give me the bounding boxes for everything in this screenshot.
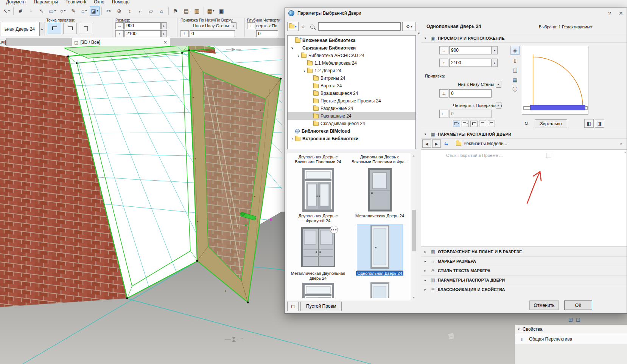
tab-close-icon[interactable]: ✕ <box>163 40 167 45</box>
element-type-button[interactable]: ьная Дверь 24 <box>0 22 39 36</box>
anchor-value-dropdown[interactable]: Низ к Низу Стены <box>453 82 495 87</box>
roof-combo[interactable]: ⌂▾ <box>79 6 89 16</box>
library-tree-item[interactable]: Ворота 24 <box>288 82 415 90</box>
search-input[interactable] <box>318 22 401 31</box>
height-flyout[interactable]: ▸ <box>492 59 498 67</box>
gravity-icon[interactable]: ∙▾ <box>26 6 36 16</box>
view-name-row[interactable]: ▯ Общая Перспектива <box>515 334 627 344</box>
grid-scrollbar[interactable]: ▴ ▾ <box>411 153 416 300</box>
settings-sill-input[interactable] <box>449 89 492 98</box>
reveal-input[interactable] <box>256 30 278 37</box>
element-flyout[interactable]: ▸ <box>39 22 45 36</box>
empty-opening-button[interactable]: Пустой Проем <box>300 302 342 311</box>
close-button[interactable]: ✕ <box>615 9 627 18</box>
adjust-icon[interactable]: ⊕▾ <box>114 6 124 16</box>
scrollbar-thumb[interactable] <box>412 210 416 251</box>
layout-book-icon[interactable]: ⊡ <box>576 316 581 323</box>
anchor-option-5[interactable] <box>488 121 495 127</box>
anchor-option-3[interactable] <box>470 121 478 127</box>
forward-button[interactable]: ▶ <box>432 139 441 148</box>
sill-input[interactable] <box>190 30 235 37</box>
library-tree-item[interactable]: Пустые Дверные Проемы 24 <box>288 97 415 105</box>
menu-item[interactable]: Параметры <box>30 0 62 5</box>
tab-3d-all[interactable]: ◱ [3D / Все] ✕ <box>71 38 170 46</box>
library-tree-item[interactable]: Вращающиеся 24 <box>288 90 415 97</box>
load-library-button[interactable]: ▸ <box>287 22 299 31</box>
3d-preview-icon[interactable]: ◫ <box>510 65 520 74</box>
bottom-anchor-value[interactable]: Низ к Низу Стены <box>180 23 230 28</box>
settings-height-input[interactable] <box>449 59 492 67</box>
fillet-icon[interactable]: ⌐▾ <box>135 6 145 16</box>
anchor-left-button[interactable] <box>48 23 61 34</box>
anchor-option-4[interactable] <box>479 121 486 127</box>
quarter-input[interactable] <box>449 110 492 118</box>
favorites-button[interactable]: ☆ <box>299 22 308 31</box>
collapsed-section-header[interactable]: ▸ ▥ ПАРАМЕТРЫ ПАСПОРТА ДВЕРИ <box>421 275 627 285</box>
mirror-button[interactable]: Зеркально <box>535 119 567 127</box>
library-tree-item[interactable]: ∨ 1.2 Двери 24 <box>288 67 415 74</box>
pen-icon[interactable]: ✎▾ <box>68 6 78 16</box>
flag-icon[interactable]: ⚑▾ <box>171 6 180 16</box>
separator[interactable]: ▾ <box>13 7 14 15</box>
menu-item[interactable]: Окно <box>90 0 108 5</box>
library-tree-item[interactable]: Раздвижные 24 <box>288 105 415 112</box>
nav-flyout-icon[interactable]: ▸ <box>621 142 626 146</box>
tree-expand-icon[interactable]: ∨ <box>302 69 307 73</box>
door-type-cell[interactable]: ●●● Двупольная Дверь с Фрамугой 24 <box>287 167 349 224</box>
coating-joint-checkbox[interactable] <box>546 153 551 158</box>
collapsed-section-header[interactable]: ▸ ↔ МАРКЕР РАЗМЕРА <box>421 256 627 266</box>
collapsed-section-header[interactable]: ▸ ▦ ОТОБРАЖЕНИЕ НА ПЛАНЕ И В РАЗРЕЗЕ <box>421 247 627 256</box>
organizer-icon[interactable]: ⊞ <box>568 316 573 323</box>
width-flyout[interactable]: ▸ <box>492 46 498 54</box>
virtual-trace-icon[interactable]: ▥▾ <box>192 6 202 16</box>
leaf-right-button[interactable]: ◨ <box>595 119 604 128</box>
stretch-icon[interactable]: ↕▾ <box>125 6 135 16</box>
properties-header[interactable]: ▾ Свойства <box>515 325 627 334</box>
menu-item[interactable]: Помощь <box>108 0 133 5</box>
library-tree-item[interactable]: ∨ Библиотека ARCHICAD 24 <box>288 52 415 59</box>
library-tree-item[interactable]: Витрины 24 <box>288 74 415 82</box>
menu-item[interactable]: Teamwork <box>62 0 90 5</box>
tree-expand-icon[interactable]: ∨ <box>296 54 301 57</box>
collapsed-section-header[interactable]: ▸ A СТИЛЬ ТЕКСТА МАРКЕРА <box>421 266 627 275</box>
door-plan-preview[interactable] <box>522 46 588 115</box>
offset-icon[interactable]: ▱▾ <box>146 6 156 16</box>
library-tree-item[interactable]: Вложенная Библиотека <box>288 37 415 44</box>
anchor-option-1[interactable]: * <box>453 121 460 127</box>
quarter-dropdown[interactable]: Четверть к Поверхности <box>453 103 495 108</box>
width-input[interactable] <box>124 22 161 29</box>
default-tool-combo[interactable]: ↖▾ <box>2 6 11 16</box>
separator[interactable]: ▾ <box>101 7 102 15</box>
align-icon[interactable]: ⌂▾ <box>157 6 166 16</box>
separator[interactable]: ▾ <box>204 7 204 15</box>
ok-button[interactable]: ОК <box>564 300 592 310</box>
collapse-pane-icon[interactable]: ◂ <box>416 29 421 37</box>
help-button[interactable]: ? <box>604 9 615 18</box>
cancel-button[interactable]: Отменить <box>529 300 559 310</box>
back-button[interactable]: ◀ <box>422 139 431 148</box>
elevation-preview-icon[interactable]: ▯ <box>510 56 520 65</box>
grid-snap-icon[interactable]: #▾ <box>16 6 25 16</box>
transfer-settings-button[interactable]: ⇆ <box>442 139 451 148</box>
edit-node[interactable] <box>270 218 272 221</box>
door-type-cell[interactable]: ●●● Двупольная Дверь с Боковыми Панелями… <box>287 153 349 167</box>
library-tree-item[interactable]: Распашные 24 <box>288 112 415 120</box>
menu-item[interactable]: Документ <box>2 0 30 5</box>
tree-expand-icon[interactable]: › <box>290 137 295 141</box>
rotate-icon[interactable]: ↻ <box>522 119 531 128</box>
separator[interactable]: ▾ <box>168 7 169 15</box>
section-preview-placement[interactable]: ▾ ▣ ПРОСМОТР И РАСПОЛОЖЕНИЕ <box>421 34 627 43</box>
opening-icon-button[interactable]: ⊓ <box>287 302 299 311</box>
door-type-cell[interactable]: ●●● Металлическая Двупольная дверь 24 <box>287 224 349 282</box>
anchor-option-2[interactable]: * <box>462 121 469 127</box>
anchor-right-button[interactable] <box>79 23 92 34</box>
organizer-icon[interactable]: ▣▾ <box>216 6 226 16</box>
width-flyout[interactable]: ▸ <box>161 22 167 29</box>
anchor-flyout[interactable]: ▸ <box>496 81 501 88</box>
tree-expand-icon[interactable]: ∨ <box>290 46 295 50</box>
tab-floorplan[interactable]: аж] <box>0 38 6 46</box>
model-attributes-dropdown[interactable]: Реквизиты Модели... <box>464 141 507 146</box>
height-flyout[interactable]: ▸ <box>161 30 167 37</box>
door-type-cell[interactable]: ●●● Металлическая Дверь 24 <box>349 167 411 224</box>
settings-width-input[interactable] <box>449 46 492 54</box>
